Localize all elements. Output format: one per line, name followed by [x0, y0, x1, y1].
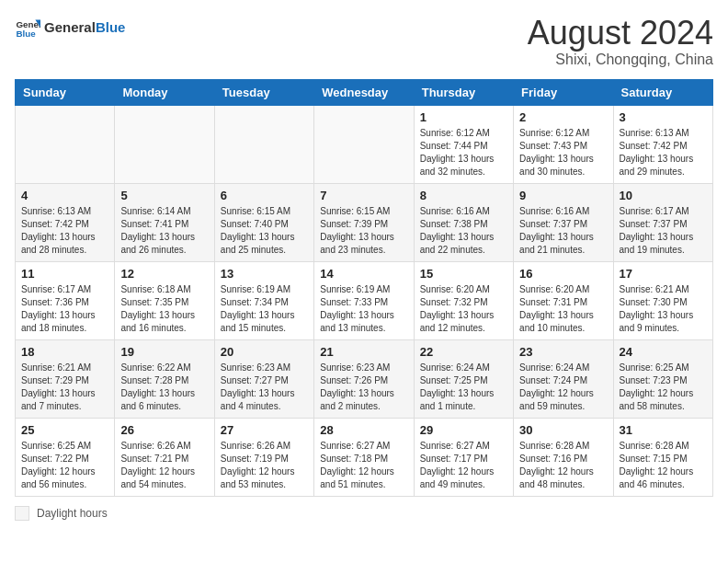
day-info: Sunrise: 6:15 AMSunset: 7:39 PMDaylight:… — [320, 205, 407, 257]
day-info: Sunrise: 6:24 AMSunset: 7:24 PMDaylight:… — [519, 362, 607, 413]
calendar-cell: 21Sunrise: 6:23 AMSunset: 7:26 PMDayligh… — [314, 339, 414, 418]
day-number: 10 — [620, 189, 707, 202]
calendar-cell: 18Sunrise: 6:21 AMSunset: 7:29 PMDayligh… — [16, 339, 115, 418]
weekday-header-saturday: Saturday — [613, 79, 712, 105]
day-number: 4 — [21, 189, 108, 202]
calendar-cell: 29Sunrise: 6:27 AMSunset: 7:17 PMDayligh… — [414, 418, 513, 496]
day-info: Sunrise: 6:26 AMSunset: 7:21 PMDaylight:… — [120, 440, 208, 491]
title-block: August 2024 Shixi, Chongqing, China — [528, 15, 713, 68]
calendar-cell-empty — [115, 105, 214, 183]
calendar-cell-empty — [314, 105, 414, 183]
day-info: Sunrise: 6:12 AMSunset: 7:44 PMDaylight:… — [420, 127, 507, 178]
weekday-header-friday: Friday — [514, 79, 613, 105]
day-number: 6 — [221, 189, 308, 202]
calendar-cell: 27Sunrise: 6:26 AMSunset: 7:19 PMDayligh… — [214, 418, 313, 496]
calendar-cell: 23Sunrise: 6:24 AMSunset: 7:24 PMDayligh… — [514, 339, 613, 418]
day-number: 25 — [21, 423, 108, 437]
svg-text:Blue: Blue — [16, 29, 36, 39]
day-number: 1 — [420, 110, 507, 124]
day-info: Sunrise: 6:23 AMSunset: 7:27 PMDaylight:… — [221, 362, 308, 413]
day-number: 22 — [420, 345, 507, 359]
weekday-header-sunday: Sunday — [16, 79, 115, 105]
calendar-cell: 8Sunrise: 6:16 AMSunset: 7:38 PMDaylight… — [414, 183, 513, 261]
day-info: Sunrise: 6:23 AMSunset: 7:26 PMDaylight:… — [320, 362, 407, 413]
day-number: 29 — [420, 423, 507, 437]
calendar-cell: 16Sunrise: 6:20 AMSunset: 7:31 PMDayligh… — [514, 261, 613, 339]
calendar-cell: 7Sunrise: 6:15 AMSunset: 7:39 PMDaylight… — [314, 183, 414, 261]
weekday-header-tuesday: Tuesday — [214, 79, 313, 105]
month-year-title: August 2024 — [528, 15, 713, 52]
calendar-week-row: 25Sunrise: 6:25 AMSunset: 7:22 PMDayligh… — [16, 418, 713, 496]
day-number: 18 — [21, 345, 108, 359]
day-number: 28 — [320, 423, 407, 437]
calendar-cell-empty — [214, 105, 313, 183]
day-info: Sunrise: 6:19 AMSunset: 7:34 PMDaylight:… — [221, 283, 308, 335]
calendar-cell: 5Sunrise: 6:14 AMSunset: 7:41 PMDaylight… — [115, 183, 214, 261]
calendar-week-row: 4Sunrise: 6:13 AMSunset: 7:42 PMDaylight… — [16, 183, 713, 261]
day-number: 5 — [120, 189, 208, 202]
day-number: 3 — [620, 110, 707, 124]
day-number: 17 — [620, 267, 707, 281]
day-info: Sunrise: 6:22 AMSunset: 7:28 PMDaylight:… — [120, 362, 208, 413]
weekday-header-row: SundayMondayTuesdayWednesdayThursdayFrid… — [16, 79, 713, 105]
calendar-cell-empty — [16, 105, 115, 183]
day-info: Sunrise: 6:12 AMSunset: 7:43 PMDaylight:… — [519, 127, 607, 178]
calendar-table: SundayMondayTuesdayWednesdayThursdayFrid… — [15, 79, 713, 497]
location-subtitle: Shixi, Chongqing, China — [528, 52, 713, 68]
weekday-header-thursday: Thursday — [414, 79, 513, 105]
calendar-cell: 15Sunrise: 6:20 AMSunset: 7:32 PMDayligh… — [414, 261, 513, 339]
day-number: 8 — [420, 189, 507, 202]
day-number: 14 — [320, 267, 407, 281]
calendar-cell: 4Sunrise: 6:13 AMSunset: 7:42 PMDaylight… — [16, 183, 115, 261]
day-number: 19 — [120, 345, 208, 359]
calendar-week-row: 18Sunrise: 6:21 AMSunset: 7:29 PMDayligh… — [16, 339, 713, 418]
day-info: Sunrise: 6:25 AMSunset: 7:22 PMDaylight:… — [21, 440, 108, 491]
calendar-cell: 2Sunrise: 6:12 AMSunset: 7:43 PMDaylight… — [514, 105, 613, 183]
logo-icon: General Blue — [15, 15, 40, 40]
calendar-week-row: 11Sunrise: 6:17 AMSunset: 7:36 PMDayligh… — [16, 261, 713, 339]
day-info: Sunrise: 6:16 AMSunset: 7:37 PMDaylight:… — [519, 205, 607, 257]
calendar-week-row: 1Sunrise: 6:12 AMSunset: 7:44 PMDaylight… — [16, 105, 713, 183]
calendar-cell: 30Sunrise: 6:28 AMSunset: 7:16 PMDayligh… — [514, 418, 613, 496]
calendar-cell: 3Sunrise: 6:13 AMSunset: 7:42 PMDaylight… — [613, 105, 712, 183]
weekday-header-monday: Monday — [115, 79, 214, 105]
day-number: 9 — [519, 189, 607, 202]
day-number: 12 — [120, 267, 208, 281]
calendar-cell: 24Sunrise: 6:25 AMSunset: 7:23 PMDayligh… — [613, 339, 712, 418]
day-info: Sunrise: 6:16 AMSunset: 7:38 PMDaylight:… — [420, 205, 507, 257]
day-info: Sunrise: 6:26 AMSunset: 7:19 PMDaylight:… — [221, 440, 308, 491]
calendar-cell: 9Sunrise: 6:16 AMSunset: 7:37 PMDaylight… — [514, 183, 613, 261]
calendar-cell: 6Sunrise: 6:15 AMSunset: 7:40 PMDaylight… — [214, 183, 313, 261]
day-info: Sunrise: 6:25 AMSunset: 7:23 PMDaylight:… — [620, 362, 707, 413]
day-info: Sunrise: 6:28 AMSunset: 7:15 PMDaylight:… — [620, 440, 707, 491]
logo-general-text: GeneralBlue — [44, 20, 125, 36]
legend-box — [15, 506, 29, 521]
day-info: Sunrise: 6:24 AMSunset: 7:25 PMDaylight:… — [420, 362, 507, 413]
day-info: Sunrise: 6:18 AMSunset: 7:35 PMDaylight:… — [120, 283, 208, 335]
calendar-cell: 22Sunrise: 6:24 AMSunset: 7:25 PMDayligh… — [414, 339, 513, 418]
calendar-cell: 1Sunrise: 6:12 AMSunset: 7:44 PMDaylight… — [414, 105, 513, 183]
calendar-cell: 19Sunrise: 6:22 AMSunset: 7:28 PMDayligh… — [115, 339, 214, 418]
weekday-header-wednesday: Wednesday — [314, 79, 414, 105]
day-info: Sunrise: 6:21 AMSunset: 7:30 PMDaylight:… — [620, 283, 707, 335]
calendar-cell: 25Sunrise: 6:25 AMSunset: 7:22 PMDayligh… — [16, 418, 115, 496]
day-number: 15 — [420, 267, 507, 281]
day-number: 21 — [320, 345, 407, 359]
day-number: 11 — [21, 267, 108, 281]
footer-legend: Daylight hours — [15, 506, 713, 521]
day-info: Sunrise: 6:20 AMSunset: 7:31 PMDaylight:… — [519, 283, 607, 335]
day-info: Sunrise: 6:15 AMSunset: 7:40 PMDaylight:… — [221, 205, 308, 257]
day-number: 30 — [519, 423, 607, 437]
day-info: Sunrise: 6:17 AMSunset: 7:36 PMDaylight:… — [21, 283, 108, 335]
calendar-cell: 20Sunrise: 6:23 AMSunset: 7:27 PMDayligh… — [214, 339, 313, 418]
page-header: General Blue GeneralBlue August 2024 Shi… — [15, 15, 713, 68]
legend-label: Daylight hours — [37, 507, 108, 520]
day-number: 23 — [519, 345, 607, 359]
calendar-cell: 12Sunrise: 6:18 AMSunset: 7:35 PMDayligh… — [115, 261, 214, 339]
calendar-cell: 11Sunrise: 6:17 AMSunset: 7:36 PMDayligh… — [16, 261, 115, 339]
calendar-cell: 26Sunrise: 6:26 AMSunset: 7:21 PMDayligh… — [115, 418, 214, 496]
day-number: 13 — [221, 267, 308, 281]
day-info: Sunrise: 6:20 AMSunset: 7:32 PMDaylight:… — [420, 283, 507, 335]
day-number: 16 — [519, 267, 607, 281]
calendar-cell: 13Sunrise: 6:19 AMSunset: 7:34 PMDayligh… — [214, 261, 313, 339]
